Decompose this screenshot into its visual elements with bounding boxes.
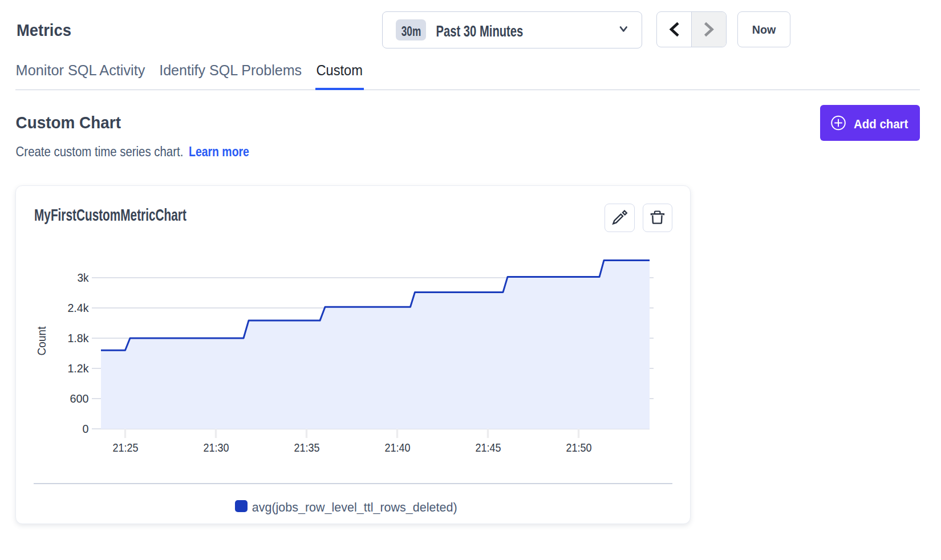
svg-text:Monitor SQL Activity: Monitor SQL Activity xyxy=(16,63,145,79)
svg-text:600: 600 xyxy=(70,392,89,405)
svg-text:21:35: 21:35 xyxy=(294,441,320,454)
svg-text:Now: Now xyxy=(752,23,776,36)
svg-text:Custom Chart: Custom Chart xyxy=(16,113,121,132)
svg-text:0: 0 xyxy=(82,423,88,435)
svg-text:21:25: 21:25 xyxy=(113,441,139,454)
svg-text:MyFirstCustomMetricChart: MyFirstCustomMetricChart xyxy=(34,206,186,224)
svg-text:Add chart: Add chart xyxy=(854,116,908,131)
svg-text:21:50: 21:50 xyxy=(566,441,592,454)
svg-text:avg(jobs_row_level_ttl_rows_de: avg(jobs_row_level_ttl_rows_deleted) xyxy=(252,500,457,514)
svg-text:21:30: 21:30 xyxy=(204,441,229,454)
svg-text:3k: 3k xyxy=(77,271,88,285)
svg-text:2.4k: 2.4k xyxy=(67,302,88,314)
svg-text:Metrics: Metrics xyxy=(17,21,71,39)
svg-text:Create custom time series char: Create custom time series chart. xyxy=(16,144,184,159)
svg-text:Learn more: Learn more xyxy=(189,144,249,159)
svg-text:1.8k: 1.8k xyxy=(67,332,88,344)
svg-text:Identify SQL Problems: Identify SQL Problems xyxy=(159,62,302,78)
svg-text:Past 30 Minutes: Past 30 Minutes xyxy=(436,22,524,40)
svg-text:Count: Count xyxy=(35,326,48,356)
svg-text:21:45: 21:45 xyxy=(476,441,501,454)
svg-text:Custom: Custom xyxy=(317,63,363,79)
svg-text:30m: 30m xyxy=(401,23,421,38)
svg-text:1.2k: 1.2k xyxy=(67,362,88,375)
svg-text:21:40: 21:40 xyxy=(385,441,411,454)
